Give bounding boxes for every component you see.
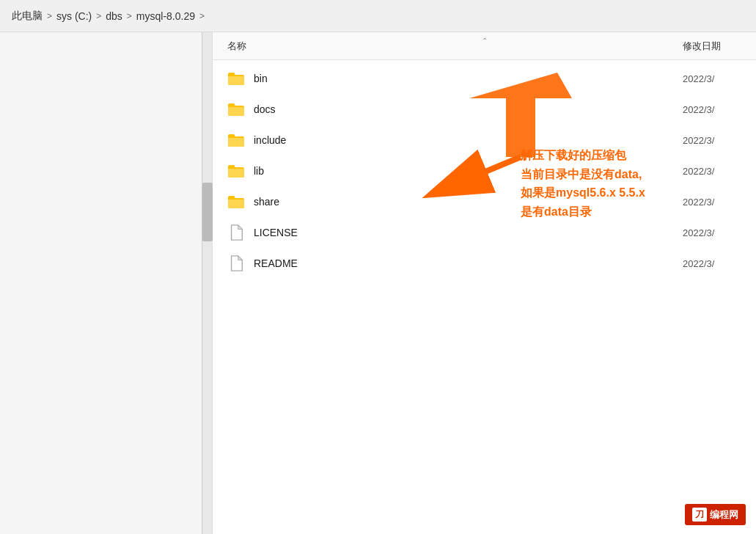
file-date: 2022/3/	[683, 258, 741, 269]
file-date: 2022/3/	[683, 166, 741, 177]
table-row[interactable]: docs 2022/3/	[213, 94, 756, 125]
breadcrumb-separator-1: >	[47, 11, 52, 21]
col-name-header[interactable]: 名称	[227, 40, 683, 53]
watermark-icon: 刀	[692, 508, 707, 522]
folder-icon	[227, 194, 245, 210]
watermark: 刀 编程网	[685, 504, 746, 525]
file-date: 2022/3/	[683, 135, 741, 146]
file-list: bin 2022/3/ docs 2022/3/ include 202	[213, 60, 756, 282]
sidebar-scrollbar[interactable]	[202, 32, 212, 534]
breadcrumb-separator-2: >	[96, 11, 101, 21]
folder-icon	[227, 70, 245, 87]
table-row[interactable]: bin 2022/3/	[213, 63, 756, 94]
file-name: bin	[254, 73, 674, 84]
file-name: docs	[254, 103, 674, 115]
breadcrumb-item-computer[interactable]: 此电脑	[12, 10, 43, 23]
col-date-header: 修改日期	[683, 40, 741, 53]
folder-icon	[227, 101, 245, 117]
breadcrumb-item-sys[interactable]: sys (C:)	[56, 10, 92, 22]
file-date: 2022/3/	[683, 197, 741, 208]
file-name: lib	[254, 165, 674, 177]
table-row[interactable]: README 2022/3/	[213, 248, 756, 279]
file-date: 2022/3/	[683, 73, 741, 84]
file-date: 2022/3/	[683, 104, 741, 115]
file-name: README	[254, 257, 674, 269]
file-name: share	[254, 196, 674, 208]
column-header-row: ⌃ 名称 修改日期	[213, 32, 756, 60]
breadcrumb-separator-4: >	[199, 11, 205, 21]
content-area: ⌃ 名称 修改日期 bin 2022/3/ docs	[213, 32, 756, 534]
table-row[interactable]: share 2022/3/	[213, 186, 756, 217]
main-layout: ⌃ 名称 修改日期 bin 2022/3/ docs	[0, 32, 756, 534]
sidebar	[0, 32, 213, 534]
watermark-label: 编程网	[710, 508, 738, 522]
file-name: include	[254, 134, 674, 146]
file-date: 2022/3/	[683, 227, 741, 238]
file-name: LICENSE	[254, 227, 674, 238]
breadcrumb-separator-3: >	[127, 11, 132, 21]
file-icon	[227, 255, 245, 271]
scrollbar-thumb[interactable]	[202, 183, 213, 241]
breadcrumb-item-mysql[interactable]: mysql-8.0.29	[136, 10, 195, 22]
breadcrumb: 此电脑 > sys (C:) > dbs > mysql-8.0.29 >	[0, 0, 756, 32]
table-row[interactable]: include 2022/3/	[213, 125, 756, 156]
sort-arrow-icon: ⌃	[482, 37, 488, 45]
file-icon	[227, 224, 245, 241]
folder-icon	[227, 132, 245, 148]
table-row[interactable]: LICENSE 2022/3/	[213, 217, 756, 248]
table-row[interactable]: lib 2022/3/	[213, 156, 756, 186]
breadcrumb-item-dbs[interactable]: dbs	[106, 10, 122, 22]
folder-icon	[227, 163, 245, 179]
